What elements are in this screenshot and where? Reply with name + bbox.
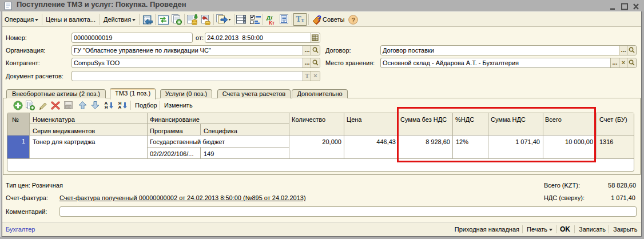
svg-text:?: ? bbox=[317, 15, 321, 22]
svg-text:?: ? bbox=[352, 17, 356, 23]
svg-text:ГОК: ГОК bbox=[66, 106, 70, 109]
